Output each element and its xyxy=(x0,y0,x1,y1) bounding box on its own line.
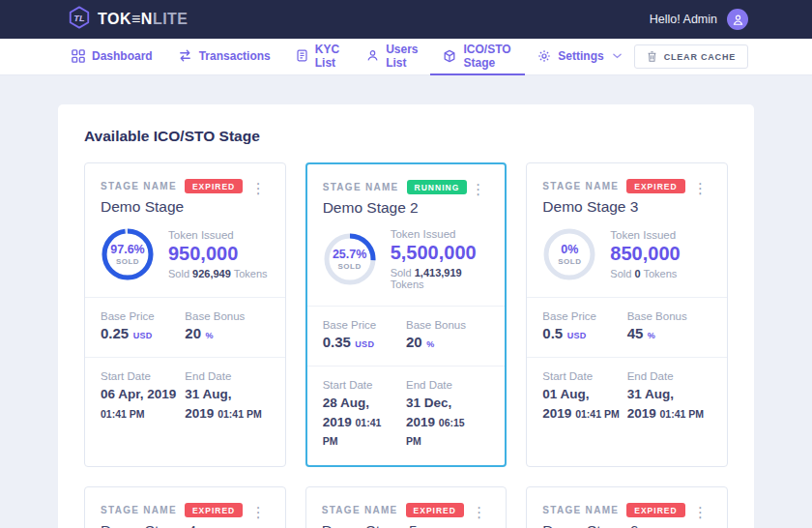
sold-percent: 25.7% xyxy=(333,248,366,261)
start-date-value: 06 Apr, 2019 01:41 PM xyxy=(101,385,177,423)
price-row: Base Price 0.5 USD Base Bonus 45 % xyxy=(527,297,727,357)
end-date-label: End Date xyxy=(627,370,704,382)
stage-card: STAGE NAME RUNNING Demo Stage 2 ⋮ 25.7% … xyxy=(305,162,508,467)
price-row: Base Price 0.25 USD Base Bonus 20 % xyxy=(85,297,285,357)
stage-name-label: STAGE NAME xyxy=(322,505,398,515)
transactions-icon xyxy=(178,48,192,63)
nav-item-users-list[interactable]: Users List xyxy=(354,39,430,75)
user-avatar[interactable] xyxy=(727,9,748,30)
base-bonus-unit: % xyxy=(648,331,655,340)
sold-progress-ring: 25.7% SOLD xyxy=(323,232,377,286)
kebab-menu-icon[interactable]: ⋮ xyxy=(468,503,490,528)
start-date-value: 28 Aug, 2019 01:41 PM xyxy=(323,394,398,451)
sold-count: 1,413,919 xyxy=(415,267,462,279)
base-bonus-num: 45 xyxy=(627,325,644,341)
brand-logo[interactable]: TL TOK≡NLITE xyxy=(68,6,188,33)
tokens-suffix: Tokens xyxy=(234,268,268,279)
sold-prefix: Sold xyxy=(610,268,631,279)
token-issued-value: 5,500,000 xyxy=(391,242,490,264)
nav-item-label: Users List xyxy=(386,43,418,70)
nav-item-kyc-list[interactable]: KYC List xyxy=(283,39,354,75)
base-price-label: Base Price xyxy=(542,310,619,322)
kebab-menu-icon[interactable]: ⋮ xyxy=(689,179,711,216)
status-badge: EXPIRED xyxy=(406,503,464,517)
status-badge: EXPIRED xyxy=(185,179,243,193)
stage-name-label: STAGE NAME xyxy=(542,181,619,191)
start-time: 01:41 PM xyxy=(101,408,145,420)
token-issued-label: Token Issued xyxy=(168,229,268,241)
start-date-value: 01 Aug, 2019 01:41 PM xyxy=(542,385,619,423)
base-bonus-label: Base Bonus xyxy=(627,310,704,322)
sold-percent: 0% xyxy=(561,243,578,256)
base-price-value: 0.5 USD xyxy=(542,325,619,342)
base-price-value: 0.25 USD xyxy=(101,325,177,342)
nav-item-label: Dashboard xyxy=(92,49,153,63)
nav-item-transactions[interactable]: Transactions xyxy=(165,39,283,75)
stage-name-label: STAGE NAME xyxy=(101,505,177,515)
base-price-num: 0.35 xyxy=(323,334,351,350)
stage-card: STAGE NAME EXPIRED Demo Stage 4 ⋮ 0% SOL… xyxy=(84,486,286,528)
base-bonus-value: 20 % xyxy=(185,325,261,342)
nav-item-label: KYC List xyxy=(315,43,341,70)
stage-card: STAGE NAME EXPIRED Demo Stage 5 ⋮ 0% SOL… xyxy=(305,486,508,528)
base-price-label: Base Price xyxy=(323,319,398,331)
stage-name-label: STAGE NAME xyxy=(542,505,619,515)
start-date-label: Start Date xyxy=(542,370,619,382)
sold-progress-ring: 0% SOLD xyxy=(542,227,596,281)
sold-ring-label: SOLD xyxy=(116,257,139,266)
price-row: Base Price 0.35 USD Base Bonus 20 % xyxy=(307,306,506,366)
main-nav: DashboardTransactionsKYC ListUsers ListI… xyxy=(0,39,812,75)
date-row: Start Date 06 Apr, 2019 01:41 PM End Dat… xyxy=(85,357,285,437)
stage-title: Demo Stage xyxy=(101,198,243,216)
date-row: Start Date 01 Aug, 2019 01:41 PM End Dat… xyxy=(527,357,727,437)
stage-name-label: STAGE NAME xyxy=(101,181,177,191)
token-issued-label: Token Issued xyxy=(391,228,490,240)
token-issued-value: 950,000 xyxy=(168,243,268,265)
base-price-num: 0.25 xyxy=(101,325,129,341)
kebab-menu-icon[interactable]: ⋮ xyxy=(689,503,711,528)
start-date-label: Start Date xyxy=(101,370,177,382)
stage-title: Demo Stage 5 xyxy=(322,522,464,528)
kebab-menu-icon[interactable]: ⋮ xyxy=(467,180,489,217)
stage-title: Demo Stage 4 xyxy=(101,522,243,528)
token-issued-label: Token Issued xyxy=(610,229,680,241)
sold-count: 926,949 xyxy=(192,268,231,279)
tokenlite-logo-icon: TL xyxy=(68,6,91,33)
dashboard-icon xyxy=(72,49,85,63)
stage-cards-grid: STAGE NAME EXPIRED Demo Stage ⋮ 97.6% SO… xyxy=(84,162,728,528)
sold-progress-ring: 97.6% SOLD xyxy=(101,227,155,281)
tokens-suffix: Tokens xyxy=(391,279,424,290)
cube-icon xyxy=(443,49,456,63)
stage-name-label: STAGE NAME xyxy=(323,182,399,192)
sold-prefix: Sold xyxy=(391,267,412,279)
base-bonus-value: 45 % xyxy=(627,325,704,342)
kebab-menu-icon[interactable]: ⋮ xyxy=(247,179,270,216)
base-bonus-num: 20 xyxy=(406,334,422,350)
users-list-icon xyxy=(366,49,379,62)
end-date-label: End Date xyxy=(406,379,481,391)
clear-cache-button[interactable]: CLEAR CACHE xyxy=(634,44,748,69)
base-price-unit: USD xyxy=(567,331,587,340)
nav-item-settings[interactable]: Settings xyxy=(525,39,633,75)
nav-item-dashboard[interactable]: Dashboard xyxy=(72,39,165,75)
base-bonus-label: Base Bonus xyxy=(185,310,261,322)
status-badge: RUNNING xyxy=(407,180,468,194)
sold-tokens-line: Sold 1,413,919 Tokens xyxy=(391,267,490,290)
sold-percent: 97.6% xyxy=(110,243,144,256)
stage-title: Demo Stage 3 xyxy=(542,198,684,216)
tokens-suffix: Tokens xyxy=(643,268,677,279)
base-bonus-unit: % xyxy=(426,339,434,349)
greeting-text: Hello! Admin xyxy=(650,13,717,26)
base-bonus-unit: % xyxy=(205,331,213,340)
nav-item-ico-sto-stage[interactable]: ICO/STO Stage xyxy=(430,39,525,75)
base-bonus-num: 20 xyxy=(185,325,201,341)
base-price-num: 0.5 xyxy=(542,325,563,341)
status-badge: EXPIRED xyxy=(626,179,684,193)
base-price-value: 0.35 USD xyxy=(323,334,398,351)
content-panel: Available ICO/STO Stage STAGE NAME EXPIR… xyxy=(58,104,754,528)
kebab-menu-icon[interactable]: ⋮ xyxy=(247,503,270,528)
brand-name: TOK≡NLITE xyxy=(98,11,188,28)
gear-icon xyxy=(537,49,551,63)
kyc-list-icon xyxy=(296,49,308,62)
sold-ring-label: SOLD xyxy=(558,257,581,266)
